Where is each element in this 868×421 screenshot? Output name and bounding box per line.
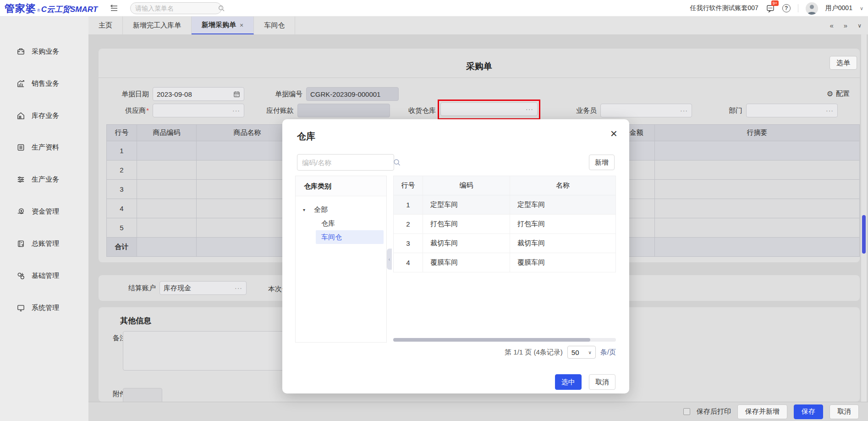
field-payable: 应付账款	[257, 104, 390, 117]
sidebar-item-sales[interactable]: 销售业务	[0, 74, 88, 93]
sidebar-item-system[interactable]: 系统管理	[0, 299, 88, 317]
tree-node-all[interactable]: ▾ 全部	[296, 203, 386, 216]
save-and-new-button[interactable]: 保存并新增	[737, 404, 787, 419]
warehouse-input[interactable]: ···	[440, 102, 538, 116]
col-line-no: 行号	[107, 125, 137, 141]
warehouse-label: 收货仓库	[399, 106, 436, 115]
save-button[interactable]: 保存	[794, 404, 823, 419]
col-name: 名称	[510, 176, 615, 195]
top-bar: 管家婆 ® C云工贸SMART 任我行软件测试账套007 9+ ?	[0, 0, 868, 17]
sidebar-item-purchase[interactable]: 采购业务	[0, 42, 88, 61]
config-button[interactable]: ⚙ 配置	[827, 89, 850, 98]
dialog-title: 仓库	[297, 130, 315, 143]
tab-new-purchase-order[interactable]: 新增采购单 ×	[192, 17, 254, 34]
doc-no-label: 单据编号	[266, 90, 302, 99]
salesman-input[interactable]: ···	[600, 104, 692, 117]
required-asterisk: *	[146, 106, 149, 114]
total-label: 合计	[107, 238, 137, 256]
warehouse-row[interactable]: 3 裁切车间 裁切车间	[394, 234, 615, 253]
dialog-close-icon[interactable]: ×	[610, 127, 617, 139]
warehouse-search[interactable]	[297, 154, 394, 171]
lookup-dots-icon[interactable]: ···	[826, 107, 834, 114]
field-settle-account: 结算账户 库存现金 ···	[119, 281, 247, 295]
warehouse-row[interactable]: 4 覆膜车间 覆膜车间	[394, 253, 615, 272]
settle-account-label: 结算账户	[119, 284, 156, 293]
registered-mark: ®	[37, 8, 40, 13]
tabs-scroll-left-icon[interactable]: «	[830, 22, 834, 29]
print-after-save-label: 保存后打印	[697, 407, 731, 416]
col-code: 编码	[423, 176, 510, 195]
pagination-info: 第 1/1 页 (4条记录)	[505, 348, 563, 357]
panel-collapse-handle[interactable]: ‹	[387, 249, 392, 270]
calendar-icon[interactable]	[233, 91, 240, 98]
department-input[interactable]: ···	[746, 104, 838, 117]
warehouse-table-header: 行号 编码 名称	[394, 176, 615, 195]
menu-search[interactable]	[130, 2, 222, 14]
sidebar-item-production-biz[interactable]: 生产业务	[0, 170, 88, 188]
table-hscrollbar-thumb[interactable]	[393, 338, 590, 342]
tabs-list-icon[interactable]: ∨	[857, 22, 862, 29]
dialog-footer: 选中 取消	[282, 374, 615, 390]
chevron-down-icon: ∨	[588, 350, 592, 355]
menu-search-input[interactable]	[135, 5, 218, 12]
warehouse-row[interactable]: 1 定型车间 定型车间	[394, 195, 615, 215]
confirm-select-button[interactable]: 选中	[555, 374, 582, 390]
doc-date-input[interactable]: 2023-09-08	[153, 87, 244, 101]
avatar[interactable]	[806, 2, 818, 15]
money-hand-icon	[16, 207, 25, 216]
warehouse-category-panel: 仓库类别 ▾ 全部 仓库 车间仓	[295, 176, 387, 343]
user-name[interactable]: 用户0001	[825, 4, 852, 12]
app-logo: 管家婆 ® C云工贸SMART	[5, 2, 98, 16]
sidebar-item-funds[interactable]: 资金管理	[0, 202, 88, 221]
message-badge: 9+	[771, 0, 779, 6]
sidebar: 采购业务 销售业务 库存业务 生产资料 生产业务 资金管理 总账管理 基础管理	[0, 17, 88, 421]
tab-new-finished-inbound[interactable]: 新增完工入库单	[123, 17, 192, 34]
tree-node-warehouse[interactable]: 仓库	[296, 216, 386, 230]
ledger-book-icon	[16, 239, 25, 248]
tab-home[interactable]: 主页	[88, 17, 123, 34]
attachment-button-partial[interactable]	[123, 388, 162, 402]
warehouse-row[interactable]: 2 打包车间 打包车间	[394, 215, 615, 234]
cancel-button[interactable]: 取消	[830, 404, 859, 419]
lookup-dots-icon[interactable]: ···	[680, 107, 688, 114]
sliders-icon	[16, 175, 25, 184]
sidebar-item-label: 生产业务	[32, 175, 59, 184]
page-scrollbar-thumb[interactable]	[862, 215, 866, 254]
tabbar-controls: « » ∨	[830, 17, 862, 34]
lookup-dots-icon[interactable]: ···	[235, 284, 242, 292]
blocks-icon	[16, 271, 25, 280]
sidebar-item-ledger[interactable]: 总账管理	[0, 234, 88, 253]
tree-node-workshop-warehouse[interactable]: 车间仓	[316, 230, 384, 244]
payable-input	[297, 104, 390, 117]
user-chevron-icon[interactable]: ∨	[860, 6, 863, 11]
menu-collapse-icon[interactable]	[109, 3, 119, 13]
add-warehouse-button[interactable]: 新增	[589, 155, 615, 170]
warehouse-dialog: 仓库 × 新增 仓库类别 ▾ 全部 仓库 车间仓	[282, 119, 629, 393]
department-label: 部门	[706, 106, 742, 115]
tabs-scroll-right-icon[interactable]: »	[844, 22, 847, 29]
tab-close-icon[interactable]: ×	[240, 22, 243, 29]
sidebar-item-label: 采购业务	[32, 47, 59, 56]
account-name: 任我行软件测试账套007	[690, 4, 758, 12]
print-after-save-checkbox[interactable]	[683, 408, 690, 415]
field-doc-date: 单据日期 2023-09-08	[112, 87, 244, 101]
sidebar-item-label: 系统管理	[32, 304, 59, 312]
lookup-dots-icon[interactable]: ···	[232, 107, 240, 114]
caret-down-icon[interactable]: ▾	[303, 207, 305, 212]
tab-workshop-warehouse[interactable]: 车间仓	[254, 17, 295, 34]
supplier-input[interactable]: ···	[153, 104, 244, 117]
warehouse-search-input[interactable]	[302, 159, 393, 166]
help-icon[interactable]: ?	[782, 4, 791, 12]
sidebar-item-production-data[interactable]: 生产资料	[0, 138, 88, 156]
sidebar-item-basic[interactable]: 基础管理	[0, 266, 88, 285]
page-size-select[interactable]: 50 ∨	[567, 346, 596, 359]
messages-icon[interactable]: 9+	[766, 4, 775, 13]
settle-account-input[interactable]: 库存现金 ···	[159, 281, 247, 295]
search-icon	[218, 5, 225, 11]
pagination: 第 1/1 页 (4条记录) 50 ∨ 条/页	[282, 346, 616, 359]
dialog-cancel-button[interactable]: 取消	[589, 374, 615, 390]
sidebar-item-label: 销售业务	[32, 79, 59, 88]
sidebar-item-inventory[interactable]: 库存业务	[0, 106, 88, 125]
field-doc-no: 单据编号 CGRK-202309-000001	[266, 87, 399, 101]
lookup-dots-icon[interactable]: ···	[526, 105, 533, 113]
